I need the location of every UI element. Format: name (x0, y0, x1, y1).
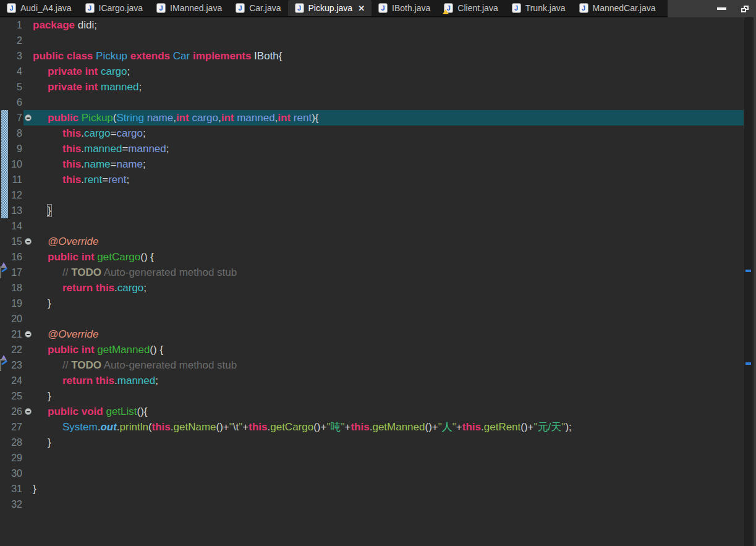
code-line-8[interactable]: 8this.cargo=cargo; (0, 126, 744, 141)
tab-icargo-java[interactable]: JICargo.java (79, 0, 150, 16)
gutter-annotation-column (0, 373, 9, 388)
tab-label: IBoth.java (392, 3, 430, 13)
line-number: 27 (9, 419, 22, 435)
tab-client-java[interactable]: JClient.java (437, 0, 504, 16)
warning-icon (443, 9, 449, 14)
gutter-annotation-column (0, 110, 9, 126)
restore-icon[interactable] (741, 6, 749, 12)
gutter-annotation-column (0, 17, 9, 33)
code-line-2[interactable]: 2 (0, 33, 744, 48)
gutter-annotation-column (0, 481, 9, 497)
code-line-27[interactable]: 27System.out.println(this.getName()+"\t"… (0, 419, 744, 435)
code-text: this.manned=manned; (33, 141, 169, 156)
line-number: 18 (9, 280, 22, 296)
changed-lines-hatch-bar (1, 187, 8, 203)
line-number: 32 (9, 497, 22, 512)
tab-pickup-java[interactable]: JPickup.java✕ (288, 0, 372, 16)
code-line-23[interactable]: 23// TODO Auto-generated method stub (0, 357, 744, 373)
code-line-30[interactable]: 30 (0, 466, 744, 481)
gutter-annotation-column (0, 234, 9, 249)
code-line-17[interactable]: 17// TODO Auto-generated method stub (0, 265, 744, 280)
code-line-14[interactable]: 14 (0, 218, 744, 234)
java-file-icon: J (85, 3, 95, 13)
changed-lines-hatch-bar (1, 126, 8, 141)
code-text: System.out.println(this.getName()+"\t"+t… (33, 419, 572, 435)
code-line-11[interactable]: 11this.rent=rent; (0, 172, 744, 187)
line-number: 8 (9, 126, 22, 141)
code-line-25[interactable]: 25} (0, 388, 744, 404)
code-text: } (33, 203, 51, 218)
gutter-annotation-column (0, 280, 9, 296)
code-line-19[interactable]: 19} (0, 296, 744, 311)
tab-audi-a4-java[interactable]: JAudi_A4.java (0, 0, 79, 16)
close-icon[interactable]: ✕ (358, 4, 365, 13)
java-file-letter: J (239, 5, 242, 12)
line-number: 26 (9, 404, 22, 419)
line-number: 9 (9, 141, 22, 156)
code-text: } (33, 481, 36, 497)
code-line-7[interactable]: 7public Pickup(String name,int cargo,int… (0, 110, 744, 126)
code-line-15[interactable]: 15@Override (0, 234, 744, 249)
java-file-letter: J (297, 5, 301, 12)
line-number: 23 (9, 357, 22, 373)
code-line-28[interactable]: 28} (0, 435, 744, 450)
code-line-3[interactable]: 3public class Pickup extends Car impleme… (0, 48, 744, 64)
gutter-annotation-column (0, 141, 9, 156)
code-line-22[interactable]: 22public int getManned() { (0, 342, 744, 357)
gutter-annotation-column (0, 218, 9, 234)
tab-imanned-java[interactable]: JIManned.java (150, 0, 229, 16)
code-text: this.rent=rent; (33, 172, 129, 187)
code-line-6[interactable]: 6 (0, 95, 744, 110)
line-number: 15 (9, 234, 22, 249)
code-line-29[interactable]: 29 (0, 450, 744, 466)
code-line-12[interactable]: 12 (0, 187, 744, 203)
gutter-annotation-column (0, 64, 9, 79)
line-number: 25 (9, 388, 22, 404)
code-line-20[interactable]: 20 (0, 311, 744, 326)
code-line-21[interactable]: 21@Override (0, 326, 744, 342)
fold-collapse-icon[interactable] (25, 331, 32, 338)
tab-trunk-java[interactable]: JTrunk.java (505, 0, 572, 16)
code-text: } (33, 296, 51, 311)
overview-ruler[interactable] (744, 17, 756, 546)
code-line-32[interactable]: 32 (0, 497, 744, 512)
code-line-16[interactable]: 16public int getCargo() { (0, 249, 744, 265)
ruler-task-marker[interactable] (745, 270, 751, 272)
code-line-4[interactable]: 4private int cargo; (0, 64, 744, 79)
gutter-annotation-column (0, 249, 9, 265)
minimize-icon[interactable] (717, 7, 726, 10)
code-line-18[interactable]: 18return this.cargo; (0, 280, 744, 296)
window-controls (668, 0, 756, 17)
tab-car-java[interactable]: JCar.java (229, 0, 287, 16)
code-text: } (33, 388, 51, 404)
fold-collapse-icon[interactable] (25, 114, 32, 121)
code-line-31[interactable]: 31} (0, 481, 744, 497)
line-number: 20 (9, 311, 22, 326)
code-line-9[interactable]: 9this.manned=manned; (0, 141, 744, 156)
gutter-annotation-column (0, 296, 9, 311)
gutter-annotation-column (0, 450, 9, 466)
code-line-13[interactable]: 13} (0, 203, 744, 218)
line-number: 24 (9, 373, 22, 388)
line-number: 31 (9, 481, 22, 497)
gutter-annotation-column (0, 326, 9, 342)
code-line-5[interactable]: 5private int manned; (0, 79, 744, 95)
tab-mannedcar-java[interactable]: JMannedCar.java (572, 0, 663, 16)
tab-iboth-java[interactable]: JIBoth.java (372, 0, 437, 16)
code-editor[interactable]: 1package didi;23public class Pickup exte… (0, 17, 756, 546)
line-number: 22 (9, 342, 22, 357)
line-number: 17 (9, 265, 22, 280)
line-number: 5 (9, 79, 22, 95)
code-line-24[interactable]: 24return this.manned; (0, 373, 744, 388)
code-line-1[interactable]: 1package didi; (0, 17, 744, 33)
code-line-26[interactable]: 26public void getList(){ (0, 404, 744, 419)
code-line-10[interactable]: 10this.name=name; (0, 156, 744, 172)
fold-collapse-icon[interactable] (25, 238, 32, 245)
line-number: 11 (9, 172, 22, 187)
fold-collapse-icon[interactable] (25, 408, 32, 415)
line-number: 16 (9, 249, 22, 265)
gutter-annotation-column (0, 126, 9, 141)
ruler-task-marker[interactable] (745, 362, 751, 365)
java-file-letter: J (582, 5, 585, 12)
java-file-letter: J (514, 5, 518, 12)
